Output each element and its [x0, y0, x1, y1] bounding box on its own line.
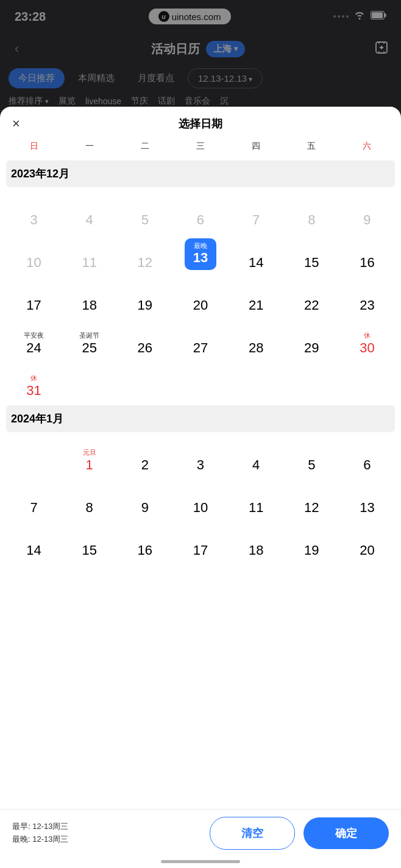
day-cell-selected-13[interactable]: 最晚 13 — [172, 233, 228, 275]
day-cell[interactable]: 27 — [172, 319, 228, 360]
day-cell[interactable]: 19 — [284, 521, 339, 563]
footer-info: 最早: 12-13周三 最晚: 12-13周三 — [12, 820, 201, 846]
dow-fri: 五 — [284, 138, 339, 154]
day-cell[interactable]: 29 — [284, 319, 339, 360]
day-cell-empty — [62, 361, 117, 403]
week-row: 3 4 5 6 7 8 9 — [6, 191, 395, 232]
week-row: 7 8 9 10 11 12 13 — [6, 478, 395, 520]
day-cell[interactable]: 10 — [172, 478, 228, 520]
week-row: 17 18 19 20 21 22 23 — [6, 276, 395, 318]
day-cell[interactable]: 3 — [6, 191, 62, 232]
month-header-dec2023: 2023年12月 — [6, 160, 395, 187]
day-cell[interactable]: 12 — [284, 478, 339, 520]
modal-header: × 选择日期 — [0, 107, 401, 136]
day-cell[interactable]: 8 — [284, 191, 339, 232]
dow-wed: 三 — [172, 138, 228, 154]
modal-sheet: × 选择日期 日 一 二 三 四 五 六 2023年12月 3 4 5 6 7 … — [0, 107, 401, 868]
day-cell[interactable]: 15 — [284, 233, 339, 275]
month-header-jan2024: 2024年1月 — [6, 405, 395, 432]
day-cell[interactable]: 14 — [6, 521, 62, 563]
day-cell-empty — [117, 361, 172, 403]
day-cell-empty — [339, 361, 395, 403]
day-cell[interactable]: 21 — [229, 276, 284, 318]
day-cell[interactable]: 6 — [172, 191, 228, 232]
day-cell[interactable]: 15 — [62, 521, 117, 563]
earliest-value: 12-13周三 — [32, 822, 68, 831]
modal-footer: 最早: 12-13周三 最晚: 12-13周三 清空 确定 — [0, 809, 401, 868]
day-cell[interactable]: 6 — [339, 436, 395, 477]
latest-value: 12-13周三 — [32, 834, 68, 844]
date-picker-overlay: × 选择日期 日 一 二 三 四 五 六 2023年12月 3 4 5 6 7 … — [0, 0, 401, 868]
day-cell[interactable]: 20 — [172, 276, 228, 318]
day-cell[interactable]: 18 — [62, 276, 117, 318]
dow-tue: 二 — [117, 138, 172, 154]
day-cell[interactable]: 4 — [62, 191, 117, 232]
day-cell[interactable]: 16 — [117, 521, 172, 563]
day-cell[interactable]: 26 — [117, 319, 172, 360]
day-cell[interactable]: 22 — [284, 276, 339, 318]
day-cell-24[interactable]: 平安夜 24 — [6, 319, 62, 360]
day-cell[interactable]: 19 — [117, 276, 172, 318]
calendar-scroll[interactable]: 2023年12月 3 4 5 6 7 8 9 10 11 12 最晚 13 — [0, 158, 401, 809]
dow-sat: 六 — [339, 138, 395, 154]
day-cell[interactable]: 17 — [172, 521, 228, 563]
day-cell[interactable]: 10 — [6, 233, 62, 275]
clear-button[interactable]: 清空 — [210, 817, 295, 850]
day-cell[interactable]: 28 — [229, 319, 284, 360]
day-cell-jan1[interactable]: 元旦 1 — [62, 436, 117, 477]
week-row: 元旦 1 2 3 4 5 6 — [6, 436, 395, 477]
day-cell-25[interactable]: 圣诞节 25 — [62, 319, 117, 360]
day-cell[interactable]: 9 — [117, 478, 172, 520]
day-cell-31[interactable]: 休 31 — [6, 361, 62, 403]
day-cell-empty — [229, 361, 284, 403]
day-cell[interactable]: 11 — [229, 478, 284, 520]
day-cell[interactable]: 9 — [339, 191, 395, 232]
day-cell[interactable]: 16 — [339, 233, 395, 275]
day-cell[interactable]: 5 — [284, 436, 339, 477]
latest-info: 最晚: 12-13周三 — [12, 833, 201, 846]
day-cell[interactable]: 5 — [117, 191, 172, 232]
close-button[interactable]: × — [12, 116, 20, 132]
confirm-button[interactable]: 确定 — [303, 817, 389, 849]
day-cell[interactable]: 13 — [339, 478, 395, 520]
day-cell[interactable]: 11 — [62, 233, 117, 275]
week-row: 14 15 16 17 18 19 20 — [6, 521, 395, 563]
earliest-label: 最早: — [12, 822, 30, 831]
day-cell[interactable]: 4 — [229, 436, 284, 477]
modal-title: 选择日期 — [179, 116, 222, 131]
day-cell-empty — [172, 361, 228, 403]
day-cell[interactable]: 3 — [172, 436, 228, 477]
week-row: 平安夜 24 圣诞节 25 26 27 28 29 休 — [6, 319, 395, 360]
day-cell[interactable]: 18 — [229, 521, 284, 563]
day-cell[interactable]: 20 — [339, 521, 395, 563]
week-row: 休 31 — [6, 361, 395, 403]
earliest-info: 最早: 12-13周三 — [12, 820, 201, 833]
day-cell-30[interactable]: 休 30 — [339, 319, 395, 360]
day-cell-empty — [6, 436, 62, 477]
day-cell[interactable]: 12 — [117, 233, 172, 275]
day-cell[interactable]: 14 — [229, 233, 284, 275]
day-cell[interactable]: 17 — [6, 276, 62, 318]
modal-backdrop[interactable] — [0, 0, 401, 107]
day-cell[interactable]: 7 — [6, 478, 62, 520]
dow-sun: 日 — [6, 138, 62, 154]
dow-mon: 一 — [62, 138, 117, 154]
day-cell-empty — [284, 361, 339, 403]
day-cell[interactable]: 7 — [229, 191, 284, 232]
latest-label: 最晚: — [12, 834, 30, 844]
home-indicator — [161, 860, 240, 863]
dow-header: 日 一 二 三 四 五 六 — [0, 136, 401, 158]
day-cell[interactable]: 8 — [62, 478, 117, 520]
day-cell[interactable]: 23 — [339, 276, 395, 318]
dow-thu: 四 — [229, 138, 284, 154]
day-cell[interactable]: 2 — [117, 436, 172, 477]
week-row: 10 11 12 最晚 13 14 15 16 — [6, 233, 395, 275]
